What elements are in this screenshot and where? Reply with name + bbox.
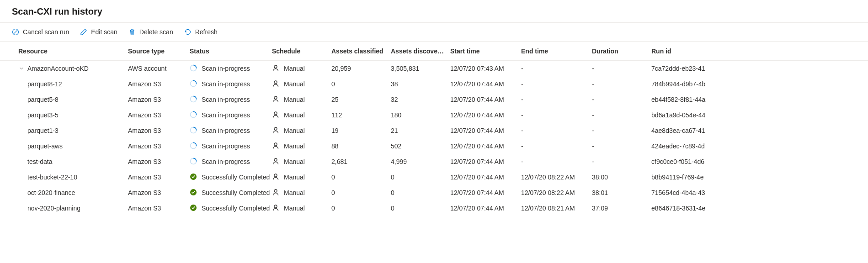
run-id-cell: 4ae8d3ea-ca67-41: [651, 127, 734, 134]
duration-cell: -: [592, 65, 651, 72]
run-id-cell: 7ca72ddd-eb23-41: [651, 65, 734, 72]
status-cell: Scan in-progress: [190, 126, 272, 135]
source-type-cell: Amazon S3: [128, 96, 190, 103]
resource-cell: test-data: [18, 158, 128, 165]
end-time-cell: 12/07/20 08:22 AM: [521, 189, 592, 196]
col-assets-discovered[interactable]: Assets discove…: [391, 47, 450, 55]
toolbar: Cancel scan run Edit scan Delete scan: [0, 23, 868, 42]
start-time-cell: 12/07/20 07:44 AM: [450, 205, 521, 212]
col-source-type[interactable]: Source type: [128, 47, 190, 55]
col-assets-classified[interactable]: Assets classified: [331, 47, 391, 55]
refresh-icon: [184, 28, 192, 36]
end-time-cell: 12/07/20 08:21 AM: [521, 205, 592, 212]
edit-scan-button[interactable]: Edit scan: [80, 27, 117, 37]
resource-cell: oct-2020-finance: [18, 189, 128, 196]
assets-classified-cell: 112: [331, 111, 391, 119]
table-row[interactable]: test-dataAmazon S3Scan in-progressManual…: [0, 154, 868, 169]
assets-classified-cell: 25: [331, 96, 391, 103]
resource-cell: test-bucket-22-10: [18, 174, 128, 181]
resource-cell: parquet1-3: [18, 127, 128, 134]
run-id-cell: bd6a1a9d-054e-44: [651, 111, 734, 119]
run-id-cell: 784b9944-d9b7-4b: [651, 80, 734, 88]
schedule-cell: Manual: [272, 64, 331, 73]
schedule-text: Manual: [284, 189, 305, 196]
col-duration[interactable]: Duration: [592, 47, 651, 55]
col-start-time[interactable]: Start time: [450, 47, 521, 55]
resource-cell: parquet3-5: [18, 111, 128, 119]
assets-discovered-cell: 4,999: [391, 158, 450, 165]
chevron-down-icon[interactable]: [18, 66, 25, 71]
table-row[interactable]: parquet-awsAmazon S3Scan in-progressManu…: [0, 138, 868, 154]
assets-classified-cell: 2,681: [331, 158, 391, 165]
status-text: Scan in-progress: [202, 127, 250, 134]
resource-name: parquet1-3: [27, 127, 59, 134]
start-time-cell: 12/07/20 07:44 AM: [450, 80, 521, 88]
cancel-icon: [12, 28, 19, 36]
schedule-cell: Manual: [272, 126, 331, 135]
duration-cell: -: [592, 158, 651, 165]
status-cell: Scan in-progress: [190, 142, 272, 151]
delete-scan-label: Delete scan: [139, 28, 173, 36]
check-icon: [190, 173, 197, 182]
col-end-time[interactable]: End time: [521, 47, 592, 55]
schedule-text: Manual: [284, 205, 305, 212]
status-text: Scan in-progress: [202, 96, 250, 103]
check-icon: [190, 189, 197, 197]
resource-name: AmazonAccount-oKD: [27, 65, 89, 72]
person-icon: [272, 189, 279, 197]
person-icon: [272, 173, 279, 182]
end-time-cell: -: [521, 142, 592, 150]
schedule-cell: Manual: [272, 80, 331, 89]
person-icon: [272, 95, 279, 104]
schedule-cell: Manual: [272, 204, 331, 213]
person-icon: [272, 111, 279, 120]
col-resource[interactable]: Resource: [18, 47, 128, 55]
end-time-cell: -: [521, 158, 592, 165]
col-schedule[interactable]: Schedule: [272, 47, 331, 55]
schedule-text: Manual: [284, 65, 305, 72]
table-row[interactable]: parquet5-8Amazon S3Scan in-progressManua…: [0, 92, 868, 107]
end-time-cell: -: [521, 96, 592, 103]
table-header: Resource Source type Status Schedule Ass…: [0, 42, 868, 61]
duration-cell: -: [592, 142, 651, 150]
status-cell: Scan in-progress: [190, 95, 272, 104]
end-time-cell: -: [521, 65, 592, 72]
source-type-cell: Amazon S3: [128, 127, 190, 134]
resource-name: parquet5-8: [27, 96, 59, 103]
edit-icon: [80, 28, 87, 36]
source-type-cell: Amazon S3: [128, 189, 190, 196]
status-text: Successfully Completed: [202, 189, 270, 196]
duration-cell: 38:00: [592, 174, 651, 181]
schedule-text: Manual: [284, 142, 305, 150]
col-run-id[interactable]: Run id: [651, 47, 734, 55]
resource-cell: nov-2020-planning: [18, 205, 128, 212]
table-row[interactable]: parquet8-12Amazon S3Scan in-progressManu…: [0, 76, 868, 92]
table-row[interactable]: parquet3-5Amazon S3Scan in-progressManua…: [0, 107, 868, 123]
spinner-icon: [190, 95, 197, 104]
assets-classified-cell: 20,959: [331, 65, 391, 72]
duration-cell: -: [592, 96, 651, 103]
status-cell: Successfully Completed: [190, 189, 272, 197]
source-type-cell: AWS account: [128, 65, 190, 72]
refresh-button[interactable]: Refresh: [184, 27, 218, 37]
run-history-table: Resource Source type Status Schedule Ass…: [0, 42, 868, 216]
assets-classified-cell: 0: [331, 189, 391, 196]
schedule-text: Manual: [284, 80, 305, 88]
resource-name: test-data: [27, 158, 52, 165]
table-row[interactable]: oct-2020-financeAmazon S3Successfully Co…: [0, 185, 868, 200]
cancel-scan-run-label: Cancel scan run: [23, 28, 69, 36]
source-type-cell: Amazon S3: [128, 111, 190, 119]
delete-scan-button[interactable]: Delete scan: [128, 27, 173, 37]
status-text: Scan in-progress: [202, 142, 250, 150]
person-icon: [272, 158, 279, 166]
schedule-text: Manual: [284, 158, 305, 165]
table-row[interactable]: test-bucket-22-10Amazon S3Successfully C…: [0, 169, 868, 185]
table-row[interactable]: nov-2020-planningAmazon S3Successfully C…: [0, 200, 868, 216]
table-row[interactable]: AmazonAccount-oKDAWS accountScan in-prog…: [0, 61, 868, 76]
col-status[interactable]: Status: [190, 47, 272, 55]
refresh-label: Refresh: [195, 28, 218, 36]
assets-classified-cell: 19: [331, 127, 391, 134]
cancel-scan-run-button[interactable]: Cancel scan run: [12, 27, 69, 37]
status-cell: Scan in-progress: [190, 80, 272, 89]
table-row[interactable]: parquet1-3Amazon S3Scan in-progressManua…: [0, 123, 868, 138]
